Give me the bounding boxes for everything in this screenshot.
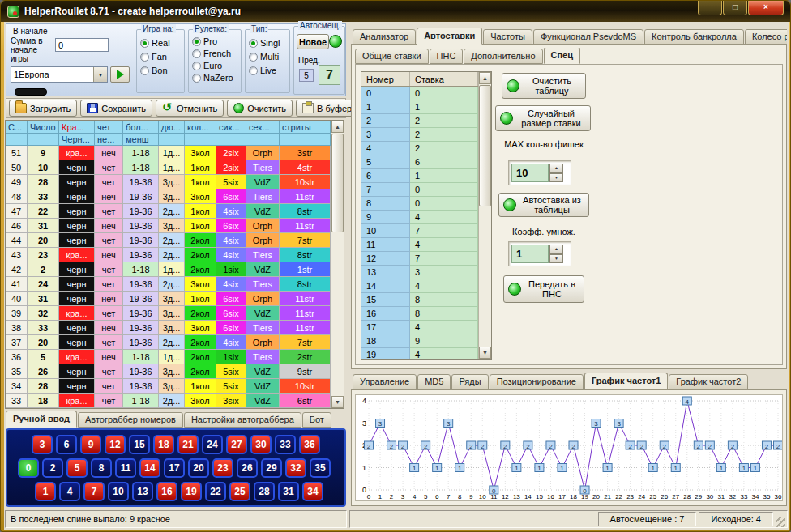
- scroll-up-button[interactable]: ▲: [331, 121, 344, 133]
- toolbar-buffer-button[interactable]: В буфер: [296, 100, 358, 117]
- number-1-button[interactable]: 1: [35, 482, 56, 501]
- number-18-button[interactable]: 18: [153, 435, 174, 454]
- history-row[interactable]: 519кра...неч1-181д...3кол2sixOrph3str: [6, 146, 344, 160]
- history-row[interactable]: 3526чернчет19-363д...2кол5sixVdZ9str: [6, 364, 344, 379]
- number-16-button[interactable]: 16: [156, 482, 177, 501]
- bet-row[interactable]: 94: [361, 211, 491, 224]
- radio-roulette-french[interactable]: French: [192, 48, 239, 59]
- radio-type-multi[interactable]: Multi: [249, 51, 288, 62]
- panel-toggle-button[interactable]: [15, 88, 47, 96]
- bet-row[interactable]: 22: [361, 114, 491, 128]
- radio-roulette-euro[interactable]: Euro: [192, 60, 239, 71]
- number-29-button[interactable]: 29: [261, 458, 282, 478]
- number-6-button[interactable]: 6: [56, 435, 77, 454]
- history-row[interactable]: 3318кра...чет1-182д...3кол3sixVdZ6str: [6, 394, 344, 408]
- number-24-button[interactable]: 24: [202, 435, 223, 454]
- bet-row[interactable]: 133: [361, 266, 491, 279]
- number-33-button[interactable]: 33: [275, 435, 296, 454]
- maximize-button[interactable]: □: [723, 1, 747, 15]
- number-20-button[interactable]: 20: [188, 458, 209, 478]
- bet-row[interactable]: 127: [361, 252, 491, 266]
- radio-type-live[interactable]: Live: [249, 65, 288, 76]
- clear-table-button[interactable]: Очистить таблицу: [502, 73, 586, 99]
- history-row[interactable]: 4722чернчет19-362д...1кол4sixVdZ8str: [6, 204, 344, 219]
- new-autoshift-button[interactable]: Новое: [297, 34, 329, 49]
- number-10-button[interactable]: 10: [108, 482, 129, 501]
- number-34-button[interactable]: 34: [302, 482, 323, 501]
- bet-row[interactable]: 32: [361, 128, 491, 142]
- titlebar[interactable]: HelperRoullet 8.71 - create helperroulle…: [1, 1, 790, 22]
- number-19-button[interactable]: 19: [181, 482, 202, 501]
- bet-row[interactable]: 80: [361, 197, 491, 211]
- tab-analyzer[interactable]: Анализатор: [353, 29, 416, 45]
- tab-autograbber-settings[interactable]: Настройки автограббера: [184, 412, 301, 428]
- history-scrollbar[interactable]: ▲ ▼: [331, 121, 344, 408]
- number-25-button[interactable]: 25: [229, 482, 250, 501]
- tab-md5[interactable]: MD5: [417, 374, 451, 389]
- tab-manual-input[interactable]: Ручной ввод: [6, 411, 77, 428]
- number-23-button[interactable]: 23: [212, 458, 233, 478]
- number-2-button[interactable]: 2: [42, 458, 63, 478]
- radio-game-fan[interactable]: Fan: [140, 51, 182, 62]
- tab-control[interactable]: Управление: [353, 374, 417, 389]
- history-row[interactable]: 422чернчет1-181д...2кол1sixVdZ1str: [6, 262, 344, 277]
- history-row[interactable]: 3932кра...чет19-363д...2кол6sixVdZ11str: [6, 306, 344, 321]
- history-row[interactable]: 4323кра...неч19-362д...2кол4sixTiers8str: [6, 248, 344, 262]
- bet-row[interactable]: 174: [361, 321, 491, 334]
- tab-pns[interactable]: ПНС: [430, 49, 464, 64]
- start-sum-input[interactable]: 0: [55, 38, 109, 52]
- history-row[interactable]: 3428чернчет19-363д...1кол5sixVdZ10str: [6, 379, 344, 394]
- autobet-from-table-button[interactable]: Автоставка из таблицы: [498, 193, 589, 217]
- number-3-button[interactable]: 3: [32, 435, 53, 454]
- number-31-button[interactable]: 31: [278, 482, 299, 501]
- multiplier-up-button[interactable]: ▲: [549, 245, 563, 254]
- radio-game-real[interactable]: Real: [140, 37, 182, 49]
- number-36-button[interactable]: 36: [299, 435, 320, 454]
- bet-row[interactable]: 70: [361, 183, 491, 197]
- minimize-button[interactable]: _: [698, 1, 722, 15]
- number-21-button[interactable]: 21: [177, 435, 199, 454]
- number-17-button[interactable]: 17: [164, 458, 185, 478]
- number-13-button[interactable]: 13: [132, 482, 153, 501]
- scroll-up-button[interactable]: ▲: [479, 72, 491, 84]
- multiplier-input[interactable]: 1: [511, 245, 549, 263]
- number-11-button[interactable]: 11: [115, 458, 136, 478]
- bet-table-scrollbar[interactable]: ▲ ▼: [478, 72, 491, 359]
- multiplier-down-button[interactable]: ▼: [549, 254, 563, 264]
- max-chips-up-button[interactable]: ▲: [549, 164, 563, 173]
- radio-roulette-nazero[interactable]: NaZero: [192, 72, 239, 83]
- tab-frequencies[interactable]: Частоты: [483, 29, 532, 45]
- history-row[interactable]: 4631черннеч19-363д...1кол6sixOrph11str: [6, 219, 344, 233]
- number-7-button[interactable]: 7: [83, 482, 105, 501]
- bet-row[interactable]: 42: [361, 142, 491, 155]
- history-row[interactable]: 365кра...неч1-181д...2кол1sixTiers2str: [6, 350, 344, 364]
- bet-row[interactable]: 00: [361, 87, 491, 100]
- game-select[interactable]: 1Европа ▼: [11, 66, 108, 83]
- tab-special[interactable]: Спец: [544, 48, 580, 64]
- number-26-button[interactable]: 26: [237, 458, 258, 478]
- number-8-button[interactable]: 8: [91, 458, 112, 478]
- history-row[interactable]: 4833черннеч19-363д...3кол6sixTiers11str: [6, 189, 344, 204]
- bet-row[interactable]: 114: [361, 238, 491, 252]
- scroll-down-button[interactable]: ▼: [331, 396, 344, 408]
- tab-freq-chart2[interactable]: График частот2: [669, 374, 748, 389]
- tab-bankroll-control[interactable]: Контроль банкролла: [644, 29, 744, 45]
- bet-row[interactable]: 189: [361, 334, 491, 348]
- tab-autobets[interactable]: Автоставки: [417, 28, 482, 45]
- number-4-button[interactable]: 4: [59, 482, 80, 501]
- history-row[interactable]: 4031черннеч19-363д...1кол6sixOrph11str: [6, 292, 344, 306]
- number-5-button[interactable]: 5: [66, 458, 88, 478]
- number-22-button[interactable]: 22: [205, 482, 226, 501]
- number-14-button[interactable]: 14: [139, 458, 160, 478]
- radio-roulette-pro[interactable]: Pro: [192, 36, 239, 47]
- number-35-button[interactable]: 35: [310, 458, 331, 478]
- tab-wheel[interactable]: Колесо ру: [745, 29, 787, 45]
- history-row[interactable]: 4928чернчет19-363д...1кол5sixVdZ10str: [6, 175, 344, 189]
- bet-row[interactable]: 61: [361, 169, 491, 183]
- tab-positioning[interactable]: Позиционирование: [490, 374, 584, 389]
- tab-bot[interactable]: Бот: [302, 412, 331, 428]
- bet-row[interactable]: 168: [361, 307, 491, 321]
- number-15-button[interactable]: 15: [129, 435, 150, 454]
- tab-autograbber-numbers[interactable]: Автограббер номеров: [78, 412, 183, 428]
- radio-game-bon[interactable]: Bon: [140, 65, 182, 76]
